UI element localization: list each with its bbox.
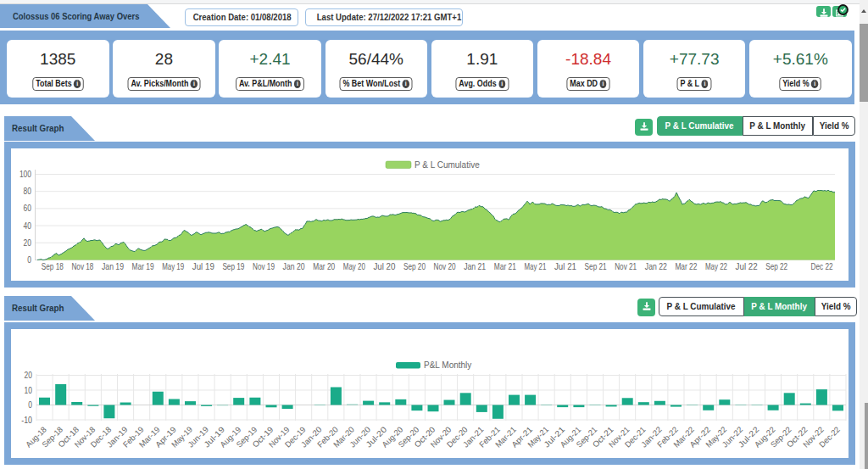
svg-text:10: 10 — [25, 386, 33, 395]
svg-text:-10: -10 — [21, 416, 32, 425]
svg-text:20: 20 — [25, 371, 33, 380]
svg-text:P&L Monthly: P&L Monthly — [424, 360, 471, 370]
svg-text:0: 0 — [28, 400, 32, 410]
